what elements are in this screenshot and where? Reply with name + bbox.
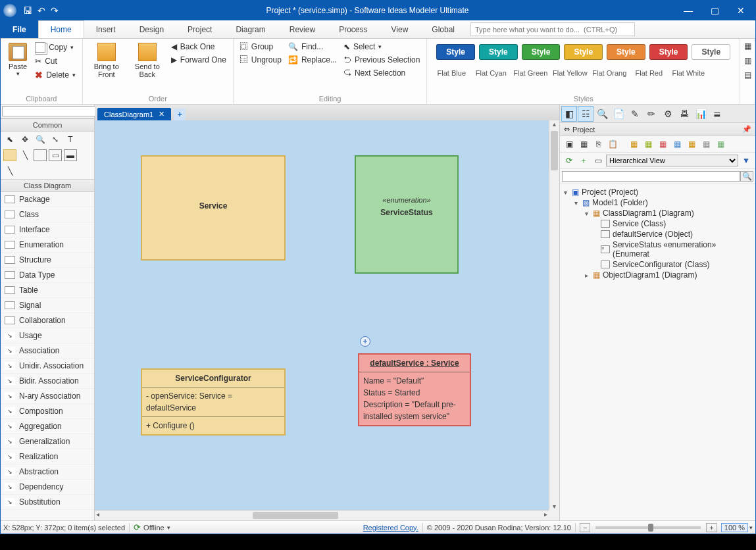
rt-btn-1[interactable]: ◧ — [561, 106, 577, 122]
group-button[interactable]: ⿴Group — [239, 41, 283, 52]
status-offline[interactable]: Offline — [143, 524, 164, 532]
note-tool[interactable] — [3, 149, 16, 161]
rt-btn-9[interactable]: 📊 — [693, 106, 709, 122]
add-element-marker[interactable]: + — [360, 336, 370, 347]
tab-project[interactable]: Project — [176, 20, 224, 38]
project-search-button[interactable]: 🔍 — [740, 171, 753, 182]
status-sync-icon[interactable]: ⟳ — [134, 522, 141, 532]
paste-button[interactable]: Paste▾ — [6, 41, 30, 78]
next-selection-button[interactable]: ⮎Next Selection — [342, 68, 421, 78]
style-button-1[interactable]: Style — [479, 44, 518, 60]
pointer-tool[interactable]: ⬉ — [3, 134, 16, 145]
pt-new[interactable]: ▣ — [563, 138, 576, 150]
delete-button[interactable]: ✖Delete▾ — [34, 69, 77, 81]
find-button[interactable]: 🔍Find... — [287, 41, 338, 52]
pt-add[interactable]: ▦ — [577, 138, 590, 150]
tree-serviceconfig[interactable]: ServiceConfigurator (Class) — [561, 259, 754, 270]
style-button-6[interactable]: Style — [692, 44, 730, 60]
pt-g4[interactable]: ▦ — [670, 138, 684, 150]
tab-view[interactable]: View — [380, 20, 420, 38]
pt-g1[interactable]: ▦ — [627, 138, 640, 150]
rt-btn-7[interactable]: ⚙ — [660, 106, 676, 122]
doc-tab-add-button[interactable]: + — [174, 109, 186, 120]
qat-undo-icon[interactable]: ↶ — [38, 5, 45, 16]
pt-copy[interactable]: ⎘ — [592, 138, 605, 150]
palette-item-signal[interactable]: Signal — [1, 298, 94, 313]
style-button-2[interactable]: Style — [522, 44, 561, 60]
palette-item-substitution[interactable]: ↘Substitution — [1, 495, 94, 510]
maximize-button[interactable]: ▢ — [703, 3, 726, 18]
rt-btn-3[interactable]: 🔍 — [594, 106, 610, 122]
status-registered-link[interactable]: Registered Copy. — [363, 524, 418, 532]
doc-tab-classdiagram[interactable]: ClassDiagram1 ✕ — [97, 108, 171, 120]
toolbox-search-input[interactable] — [2, 106, 97, 116]
palette-item-data-type[interactable]: Data Type — [1, 268, 94, 283]
tab-global[interactable]: Global — [420, 20, 466, 38]
forward-one-button[interactable]: ▶Forward One — [170, 55, 228, 65]
rect3-tool[interactable]: ▬ — [64, 149, 77, 161]
zoom-out-button[interactable]: − — [580, 523, 590, 532]
tree-servicestatus[interactable]: ≡ServiceStatus «enumeration» (Enumerat — [561, 239, 754, 259]
pt-g7[interactable]: ▦ — [714, 138, 727, 150]
rt-btn-6[interactable]: ✏ — [643, 106, 659, 122]
line-tool[interactable]: ╲ — [18, 149, 32, 161]
tab-process[interactable]: Process — [327, 20, 379, 38]
send-to-back-button[interactable]: Send to Back — [129, 41, 166, 80]
zoom-slider[interactable] — [595, 526, 701, 529]
diagram-canvas[interactable]: Service «enumeration» ServiceStatus Serv… — [95, 120, 549, 510]
palette-item-usage[interactable]: ↘Usage — [1, 328, 94, 343]
palette-item-structure[interactable]: Structure — [1, 253, 94, 268]
minimize-button[interactable]: — — [676, 3, 700, 18]
pt-g2[interactable]: ▦ — [642, 138, 655, 150]
project-pin-icon[interactable]: ⇔ — [564, 125, 570, 134]
palette-item-composition[interactable]: ↘Composition — [1, 404, 94, 419]
palette-item-collaboration[interactable]: Collaboration — [1, 313, 94, 328]
tab-file[interactable]: File — [1, 20, 38, 38]
style-button-4[interactable]: Style — [607, 44, 645, 60]
style-button-5[interactable]: Style — [649, 44, 688, 60]
command-search-input[interactable] — [470, 22, 635, 36]
project-search-input[interactable] — [562, 171, 740, 182]
back-one-button[interactable]: ◀Back One — [170, 41, 228, 52]
pt-book[interactable]: ▭ — [592, 155, 605, 166]
tab-home[interactable]: Home — [38, 20, 84, 38]
rt-btn-10[interactable]: ≣ — [709, 106, 725, 122]
zoom-in-button[interactable]: + — [706, 523, 717, 532]
zoom-arrow-icon[interactable]: ▾ — [749, 524, 753, 531]
rt-btn-8[interactable]: 🖶 — [676, 106, 692, 122]
rect2-tool[interactable]: ▭ — [49, 149, 62, 161]
rt-btn-2[interactable]: ☷ — [578, 106, 593, 122]
canvas-vscroll[interactable] — [549, 120, 559, 510]
uml-servicestatus[interactable]: «enumeration» ServiceStatus — [355, 155, 459, 274]
palette-item-realization[interactable]: ↘Realization — [1, 449, 94, 464]
extra-btn-3[interactable]: ▤ — [744, 70, 751, 80]
zoom-value[interactable]: 100 % — [721, 523, 748, 532]
palette-item-association[interactable]: ↘Association — [1, 343, 94, 359]
resize-tool[interactable]: ⤡ — [49, 134, 62, 145]
connector-tool[interactable]: ╲ — [3, 165, 16, 177]
tab-diagram[interactable]: Diagram — [224, 20, 277, 38]
tab-review[interactable]: Review — [278, 20, 327, 38]
prev-selection-button[interactable]: ⮌Previous Selection — [342, 55, 421, 65]
palette-item-package[interactable]: Package — [1, 192, 94, 207]
palette-item-unidir-association[interactable]: ↘Unidir. Association — [1, 359, 94, 374]
pt-g6[interactable]: ▦ — [699, 138, 713, 150]
select-button[interactable]: ⬉Select▾ — [342, 41, 421, 52]
palette-item-enumeration[interactable]: Enumeration — [1, 238, 94, 253]
palette-item-n-ary-association[interactable]: ↘N-ary Association — [1, 389, 94, 404]
style-button-0[interactable]: Style — [436, 44, 475, 60]
tree-defaultservice[interactable]: defaultService (Object) — [561, 229, 754, 239]
pt-refresh[interactable]: ⟳ — [563, 155, 576, 166]
status-offline-arrow-icon[interactable]: ▾ — [167, 524, 170, 531]
pt-g5[interactable]: ▦ — [685, 138, 698, 150]
rt-btn-5[interactable]: ✎ — [627, 106, 643, 122]
palette-item-class[interactable]: Class — [1, 207, 94, 222]
doc-tab-close-icon[interactable]: ✕ — [159, 110, 164, 118]
pt-plus[interactable]: ＋ — [577, 155, 590, 166]
qat-save-icon[interactable]: 🖫 — [23, 5, 32, 16]
rt-btn-4[interactable]: 📄 — [611, 106, 626, 122]
ungroup-button[interactable]: ⿳Ungroup — [239, 55, 283, 65]
uml-defaultservice[interactable]: defaultService : Service Name = "Default… — [358, 353, 471, 426]
copy-button[interactable]: Copy▾ — [34, 41, 77, 53]
palette-item-aggregation[interactable]: ↘Aggregation — [1, 419, 94, 434]
